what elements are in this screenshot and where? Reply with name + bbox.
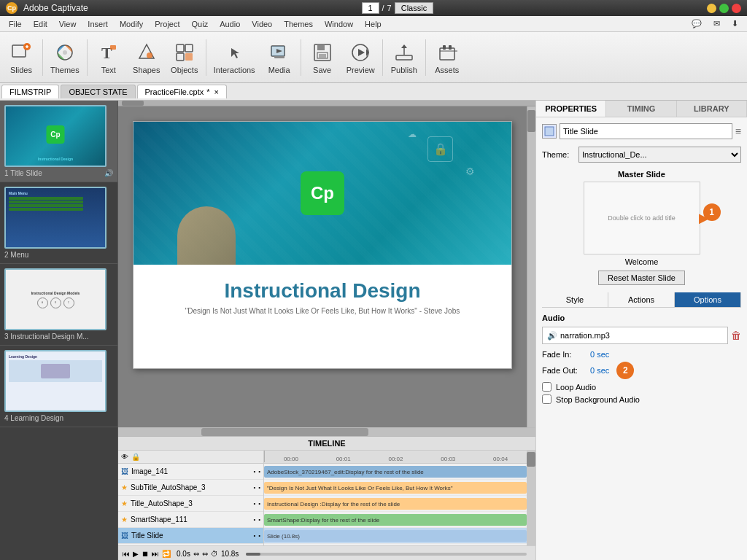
toolbar-assets[interactable]: Assets (429, 38, 465, 77)
tl-bar-subtitle[interactable]: "Design Is Not Just What It Looks Like O… (264, 482, 527, 494)
toolbar-slides[interactable]: Slides (3, 38, 39, 77)
tab-object-state[interactable]: OBJECT STATE (61, 85, 135, 98)
menu-audio[interactable]: Audio (214, 18, 246, 30)
fade-in-value[interactable]: 0 sec (590, 350, 609, 359)
v-scrollbar[interactable] (527, 106, 535, 427)
menu-icon-comm[interactable]: 💬 (686, 18, 708, 30)
filmstrip-slide-3[interactable]: Instructional Design Models A B C 3 Inst… (0, 264, 117, 346)
timeline-bottom-bar: ⏮ ▶ ⏹ ⏭ 🔁 0.0s ⇔ ⇔ ⏱ 10.8s (118, 545, 535, 560)
tab-close-btn[interactable]: × (214, 88, 219, 96)
menu-help[interactable]: Help (359, 18, 387, 30)
image-track-icon: 🖼 (121, 467, 128, 475)
step-badge-2: 2 (616, 362, 634, 379)
toolbar-shapes[interactable]: Shapes (128, 38, 165, 77)
close-button[interactable] (732, 4, 741, 13)
theme-select[interactable]: Instructional_De... (578, 147, 741, 163)
menu-icon-down[interactable]: ⬇ (726, 18, 744, 30)
filmstrip-slide-2[interactable]: Main Menu 2 Menu (0, 182, 117, 264)
slide-name-input[interactable] (560, 123, 732, 139)
master-slide-placeholder: Double click to add title (608, 214, 676, 222)
tl-duration: 10.8s (221, 550, 239, 558)
master-slide-thumb[interactable]: Double click to add title (584, 182, 700, 254)
toolbar-media[interactable]: Media (261, 38, 298, 77)
panel-tab-timing[interactable]: TIMING (606, 101, 676, 117)
slide-num-4: 4 Learning Design (4, 414, 63, 422)
tab-filmstrip[interactable]: FILMSTRIP (1, 85, 59, 98)
badge-1-row: 1 (703, 203, 721, 221)
menu-insert[interactable]: Insert (82, 18, 114, 30)
reset-master-btn[interactable]: Reset Master Slide (598, 271, 685, 285)
tl-skip-start[interactable]: ⏮ (123, 550, 130, 558)
sub-tab-style[interactable]: Style (542, 292, 608, 307)
tl-bar-slide[interactable]: Slide (10.8s) (264, 530, 527, 542)
minimize-button[interactable] (707, 4, 716, 13)
menu-view[interactable]: View (53, 18, 82, 30)
slide-name-menu[interactable]: ≡ (735, 125, 741, 137)
svg-rect-7 (110, 45, 116, 50)
menu-quiz[interactable]: Quiz (186, 18, 214, 30)
toolbar-themes[interactable]: Themes (46, 38, 84, 77)
toolbar-publish[interactable]: Publish (386, 38, 422, 77)
filmstrip-slide-1[interactable]: Cp Instructional Design 1 Title Slide 🔊 (0, 101, 117, 182)
timeline-track-image[interactable]: 🖼 Image_141 • • (118, 464, 263, 480)
themes-label: Themes (50, 66, 80, 74)
toolbar-text[interactable]: T Text (90, 38, 127, 77)
tl-slider[interactable] (246, 553, 527, 556)
timeline-track-slide[interactable]: 🖼 Title Slide • • (118, 528, 263, 544)
slide-number-input[interactable] (362, 2, 379, 14)
timeline-header: TIMELINE (118, 437, 535, 451)
tl-stop[interactable]: ⏹ (142, 550, 149, 558)
menu-icon-mail[interactable]: ✉ (708, 18, 726, 30)
timeline-track-audio[interactable]: 🎵 narration.mp3 (118, 544, 263, 545)
themes-icon (53, 41, 77, 64)
toolbar-interactions[interactable]: Interactions (209, 38, 260, 77)
menu-file[interactable]: File (3, 18, 28, 30)
tl-loop[interactable]: 🔁 (162, 550, 171, 558)
panel-tab-properties[interactable]: PROPERTIES (536, 101, 606, 117)
sub-tab-options[interactable]: Options (675, 292, 741, 307)
menu-video[interactable]: Video (246, 18, 278, 30)
tab-file[interactable]: PracticeFile.cptx * × (137, 85, 227, 98)
toolbar-save[interactable]: Save (304, 38, 341, 77)
menu-modify[interactable]: Modify (114, 18, 149, 30)
menu-window[interactable]: Window (319, 18, 359, 30)
time-labels: 00:00 00:01 00:02 00:03 00:04 (264, 451, 527, 464)
audio-delete-btn[interactable]: 🗑 (731, 330, 741, 341)
timeline-vscroll[interactable] (527, 451, 535, 545)
toolbar-objects[interactable]: Objects (166, 38, 203, 77)
tl-bar-image[interactable]: AdobeStock_370219467_edit:Display for th… (264, 466, 527, 478)
fade-out-value[interactable]: 0 sec (590, 366, 609, 375)
timeline-track-subtitle[interactable]: ★ SubTitle_AutoShape_3 • • (118, 480, 263, 496)
timeline-track-title[interactable]: ★ Title_AutoShape_3 • • (118, 496, 263, 512)
menu-themes[interactable]: Themes (278, 18, 319, 30)
tl-bar-title[interactable]: Instructional Design :Display for the re… (264, 498, 527, 510)
tl-time-sep: ⇔ (193, 550, 199, 558)
svg-rect-12 (177, 53, 184, 61)
stop-bg-audio-checkbox[interactable] (542, 394, 551, 404)
stop-bg-audio-row: Stop Background Audio (542, 394, 741, 404)
timeline-rows: AdobeStock_370219467_edit:Display for th… (264, 464, 527, 545)
timeline-track-smart[interactable]: ★ SmartShape_111 • • (118, 512, 263, 528)
tl-bar-smart[interactable]: SmartShape:Display for the rest of the s… (264, 514, 527, 526)
toolbar-preview[interactable]: Preview (342, 38, 379, 77)
v-scrollbar-top[interactable] (118, 101, 535, 106)
window-controls[interactable] (707, 4, 741, 13)
loop-audio-checkbox[interactable] (542, 382, 551, 392)
menu-edit[interactable]: Edit (28, 18, 53, 30)
mode-button[interactable]: Classic (395, 2, 433, 14)
sub-tabs: Style Actions Options (542, 292, 741, 308)
tl-play[interactable]: ▶ (133, 550, 139, 558)
menu-project[interactable]: Project (149, 18, 185, 30)
tl-skip-end[interactable]: ⏭ (152, 550, 159, 558)
h-scrollbar[interactable] (118, 427, 535, 436)
panel-tab-library[interactable]: LIBRARY (677, 101, 747, 117)
canvas-wrapper: 🔒 ☁ ⚙ Cp Instructional Design "Design Is… (118, 106, 527, 427)
filmstrip-slide-4[interactable]: Learning Design 4 Learning Design (0, 346, 117, 427)
filmstrip-label-2: 2 Menu (4, 251, 113, 259)
loop-audio-label: Loop Audio (556, 383, 596, 392)
timeline-ruler: 00:00 00:01 00:02 00:03 00:04 AdobeStock… (264, 451, 527, 545)
maximize-button[interactable] (719, 4, 729, 13)
sub-tab-actions[interactable]: Actions (608, 292, 675, 307)
audio-speaker-icon: 🔊 (547, 331, 557, 341)
svg-rect-10 (177, 44, 184, 52)
